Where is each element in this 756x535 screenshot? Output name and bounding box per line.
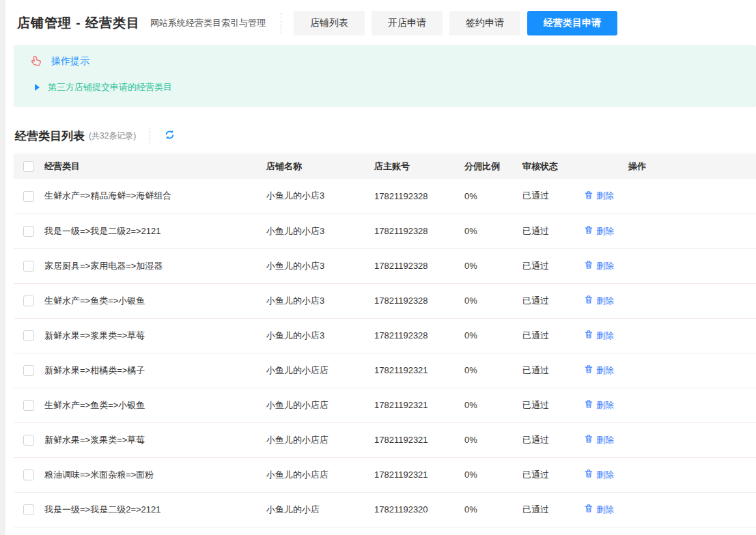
list-section-header: 经营类目列表 (共32条记录) bbox=[15, 128, 756, 144]
cell-audit-status: 已通过 bbox=[522, 388, 584, 422]
cell-shop-name: 小鱼儿的小店店 bbox=[266, 457, 374, 492]
row-checkbox[interactable] bbox=[23, 295, 34, 306]
cell-shop-name: 小鱼儿的小店3 bbox=[266, 248, 374, 283]
select-all-checkbox[interactable] bbox=[23, 161, 34, 172]
table-row: 生鲜水产=>鱼类=>小银鱼 小鱼儿的小店店 17821192321 0% 已通过… bbox=[14, 388, 756, 422]
cell-commission-ratio: 0% bbox=[464, 283, 522, 318]
column-header-commission-ratio: 分佣比例 bbox=[464, 154, 522, 179]
trash-icon bbox=[584, 434, 593, 446]
trash-icon bbox=[584, 225, 593, 237]
cell-commission-ratio: 0% bbox=[464, 388, 522, 422]
table-row: 粮油调味=>米面杂粮=>面粉 小鱼儿的小店 17821192320 0% 已通过… bbox=[14, 527, 756, 535]
delete-button[interactable]: 删除 bbox=[584, 399, 614, 411]
cell-owner-account: 17821192328 bbox=[374, 214, 464, 248]
tips-item[interactable]: 第三方店铺提交申请的经营类目 bbox=[35, 81, 742, 93]
trash-icon bbox=[584, 260, 593, 272]
trash-icon bbox=[584, 330, 593, 341]
delete-button[interactable]: 删除 bbox=[584, 225, 614, 237]
cell-shop-name: 小鱼儿的小店3 bbox=[266, 214, 374, 248]
cell-owner-account: 17821192321 bbox=[374, 388, 464, 422]
delete-label: 删除 bbox=[596, 295, 614, 307]
nav-button-sign-apply[interactable]: 签约申请 bbox=[449, 11, 520, 35]
cell-shop-name: 小鱼儿的小店店 bbox=[266, 353, 374, 388]
table-header: 经营类目 店铺名称 店主账号 分佣比例 审核状态 操作 bbox=[14, 154, 756, 179]
trash-icon bbox=[584, 295, 593, 306]
page-subtitle: 网站系统经营类目索引与管理 bbox=[150, 17, 266, 29]
cell-owner-account: 17821192328 bbox=[374, 179, 464, 214]
delete-label: 删除 bbox=[596, 260, 614, 272]
cell-shop-name: 小鱼儿的小店 bbox=[266, 492, 374, 527]
cell-category: 粮油调味=>米面杂粮=>面粉 bbox=[44, 457, 266, 492]
section-divider bbox=[150, 128, 150, 144]
delete-label: 删除 bbox=[596, 364, 614, 377]
cell-commission-ratio: 0% bbox=[464, 353, 522, 388]
table-row: 粮油调味=>米面杂粮=>面粉 小鱼儿的小店店 17821192321 0% 已通… bbox=[14, 457, 756, 492]
row-checkbox[interactable] bbox=[23, 365, 34, 376]
delete-button[interactable]: 删除 bbox=[584, 260, 614, 272]
cell-category: 生鲜水产=>鱼类=>小银鱼 bbox=[44, 283, 266, 318]
header-divider bbox=[281, 13, 281, 33]
table-row: 新鲜水果=>柑橘类=>橘子 小鱼儿的小店店 17821192321 0% 已通过… bbox=[14, 353, 756, 388]
delete-label: 删除 bbox=[596, 434, 614, 446]
row-checkbox[interactable] bbox=[23, 504, 34, 515]
delete-label: 删除 bbox=[596, 504, 614, 516]
delete-button[interactable]: 删除 bbox=[584, 295, 614, 307]
trash-icon bbox=[584, 504, 593, 515]
tips-title-row: 操作提示 bbox=[29, 54, 742, 69]
cell-owner-account: 17821192328 bbox=[374, 283, 464, 318]
cell-commission-ratio: 0% bbox=[464, 492, 522, 527]
hand-pointer-icon bbox=[29, 54, 44, 69]
delete-label: 删除 bbox=[596, 225, 614, 237]
row-checkbox[interactable] bbox=[23, 330, 34, 341]
refresh-icon bbox=[164, 129, 176, 143]
cell-audit-status: 已通过 bbox=[522, 318, 584, 353]
delete-button[interactable]: 删除 bbox=[584, 190, 614, 202]
row-checkbox[interactable] bbox=[23, 400, 34, 411]
cell-commission-ratio: 0% bbox=[464, 179, 522, 214]
delete-button[interactable]: 删除 bbox=[584, 504, 614, 516]
column-header-owner-account: 店主账号 bbox=[374, 154, 464, 179]
cell-shop-name: 小鱼儿的小店3 bbox=[266, 179, 374, 214]
cell-audit-status: 已通过 bbox=[522, 179, 584, 214]
row-checkbox[interactable] bbox=[23, 226, 34, 237]
row-checkbox[interactable] bbox=[23, 191, 34, 202]
tips-title: 操作提示 bbox=[51, 55, 89, 68]
cell-category: 粮油调味=>米面杂粮=>面粉 bbox=[44, 527, 266, 535]
nav-button-open-shop-apply[interactable]: 开店申请 bbox=[372, 11, 443, 35]
cell-owner-account: 17821192328 bbox=[374, 318, 464, 353]
delete-button[interactable]: 删除 bbox=[584, 364, 614, 377]
tips-item-link[interactable]: 第三方店铺提交申请的经营类目 bbox=[48, 81, 172, 93]
cell-shop-name: 小鱼儿的小店3 bbox=[266, 318, 374, 353]
row-checkbox[interactable] bbox=[23, 469, 34, 480]
cell-audit-status: 已通过 bbox=[522, 353, 584, 388]
delete-button[interactable]: 删除 bbox=[584, 469, 614, 481]
record-count: (共32条记录) bbox=[89, 130, 136, 142]
table-row: 新鲜水果=>浆果类=>草莓 小鱼儿的小店3 17821192328 0% 已通过… bbox=[14, 318, 756, 353]
cell-shop-name: 小鱼儿的小店店 bbox=[266, 422, 374, 457]
cell-commission-ratio: 0% bbox=[464, 248, 522, 283]
row-checkbox[interactable] bbox=[23, 435, 34, 446]
trash-icon bbox=[584, 364, 593, 376]
cell-category: 生鲜水产=>精品海鲜=>海鲜组合 bbox=[44, 179, 266, 214]
cell-commission-ratio: 0% bbox=[464, 457, 522, 492]
cell-category: 我是一级=>我是二级2=>2121 bbox=[44, 214, 266, 248]
cell-owner-account: 17821192321 bbox=[374, 422, 464, 457]
table-row: 生鲜水产=>鱼类=>小银鱼 小鱼儿的小店3 17821192328 0% 已通过… bbox=[14, 283, 756, 318]
delete-button[interactable]: 删除 bbox=[584, 330, 614, 342]
cell-category: 生鲜水产=>鱼类=>小银鱼 bbox=[44, 388, 266, 422]
cell-audit-status: 已通过 bbox=[522, 214, 584, 248]
list-title: 经营类目列表 bbox=[15, 128, 85, 144]
cell-commission-ratio: 0% bbox=[464, 318, 522, 353]
table-row: 我是一级=>我是二级2=>2121 小鱼儿的小店3 17821192328 0%… bbox=[14, 214, 756, 248]
delete-label: 删除 bbox=[596, 330, 614, 342]
nav-button-category-apply[interactable]: 经营类目申请 bbox=[527, 11, 617, 35]
cell-shop-name: 小鱼儿的小店 bbox=[266, 527, 374, 535]
delete-button[interactable]: 删除 bbox=[584, 434, 614, 446]
page-header: 店铺管理 - 经营类目 网站系统经营类目索引与管理 店铺列表 开店申请 签约申请… bbox=[17, 11, 756, 35]
cell-audit-status: 已通过 bbox=[522, 527, 584, 535]
row-checkbox[interactable] bbox=[23, 261, 34, 272]
nav-button-shop-list[interactable]: 店铺列表 bbox=[294, 11, 365, 35]
cell-audit-status: 已通过 bbox=[522, 422, 584, 457]
table-row: 我是一级=>我是二级2=>2121 小鱼儿的小店 17821192320 0% … bbox=[14, 492, 756, 527]
refresh-button[interactable] bbox=[164, 129, 176, 143]
